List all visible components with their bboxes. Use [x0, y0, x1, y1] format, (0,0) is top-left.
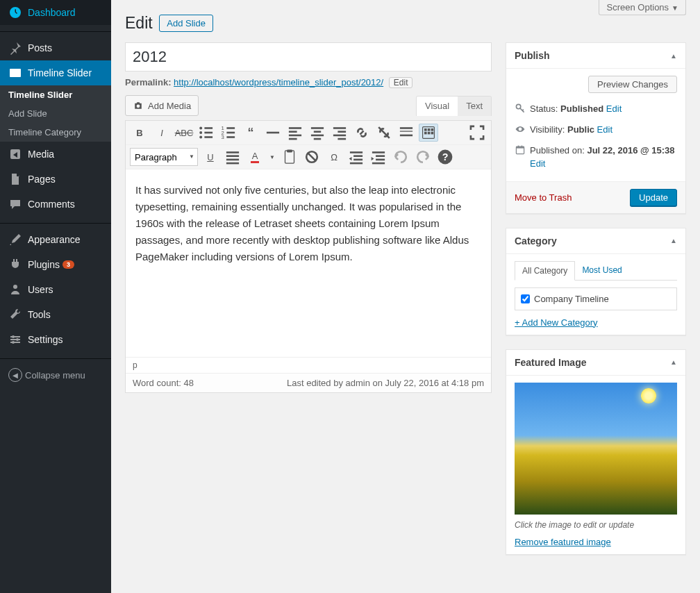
indent-button[interactable]	[369, 148, 388, 166]
menu-plugins[interactable]: Plugins 3	[0, 252, 111, 277]
redo-button[interactable]	[413, 148, 433, 166]
clear-formatting-button[interactable]	[302, 148, 322, 166]
screen-options-toggle[interactable]: Screen Options▼	[599, 0, 686, 15]
align-justify-button[interactable]	[223, 148, 242, 166]
remove-featured-image-link[interactable]: Remove featured image	[515, 537, 611, 547]
visibility-row: Visibility: Public Edit	[530, 124, 677, 136]
svg-rect-44	[226, 151, 239, 153]
menu-posts[interactable]: Posts	[0, 35, 111, 60]
category-checkbox[interactable]	[521, 294, 530, 303]
menu-media[interactable]: Media	[0, 142, 111, 167]
edit-status-link[interactable]: Edit	[606, 103, 622, 114]
submenu-timeline-slider[interactable]: Timeline Slider	[0, 85, 111, 104]
featured-image-box: Featured Image ▲ Click the image to edit…	[506, 349, 686, 555]
menu-appearance[interactable]: Appearance	[0, 227, 111, 252]
menu-label: Dashboard	[28, 7, 76, 18]
svg-rect-27	[314, 131, 321, 133]
svg-rect-32	[333, 135, 346, 137]
link-button[interactable]	[352, 124, 372, 142]
text-color-button[interactable]: A	[245, 148, 265, 166]
menu-comments[interactable]: Comments	[0, 192, 111, 217]
svg-rect-24	[289, 135, 301, 137]
strikethrough-button[interactable]: ABC	[174, 124, 194, 142]
collapse-label: Collapse menu	[25, 370, 85, 381]
update-button[interactable]: Update	[630, 189, 677, 206]
svg-rect-56	[376, 155, 385, 157]
menu-timeline-slider[interactable]: Timeline Slider	[0, 60, 111, 85]
svg-rect-10	[204, 127, 212, 129]
tab-visual[interactable]: Visual	[417, 97, 458, 116]
edit-date-link[interactable]: Edit	[530, 158, 545, 169]
svg-point-1	[13, 285, 17, 289]
menu-dashboard[interactable]: Dashboard	[0, 0, 111, 25]
submenu-timeline-category[interactable]: Timeline Category	[0, 123, 111, 142]
svg-text:3: 3	[222, 134, 224, 140]
svg-point-5	[12, 335, 15, 338]
menu-label: Users	[28, 284, 53, 295]
add-slide-button[interactable]: Add Slide	[159, 15, 213, 32]
bullet-list-button[interactable]	[197, 124, 216, 142]
category-item[interactable]: Company Timeline	[521, 294, 671, 304]
post-title-input[interactable]	[125, 42, 492, 72]
timeline-icon	[8, 66, 22, 80]
menu-tools[interactable]: Tools	[0, 302, 111, 327]
published-on-row: Published on: Jul 22, 2016 @ 15:38 Edit	[530, 144, 677, 169]
blockquote-button[interactable]: “	[241, 124, 260, 142]
svg-rect-45	[226, 155, 239, 157]
add-new-category-link[interactable]: + Add New Category	[515, 317, 677, 328]
numbered-list-button[interactable]: 123	[219, 124, 238, 142]
submenu-add-slide[interactable]: Add Slide	[0, 104, 111, 123]
unlink-button[interactable]	[374, 124, 394, 142]
bold-button[interactable]: B	[130, 124, 149, 142]
toolbar-toggle-button[interactable]	[419, 124, 438, 142]
featured-image-thumbnail[interactable]	[515, 383, 677, 515]
italic-button[interactable]: I	[152, 124, 172, 142]
help-button[interactable]: ?	[435, 148, 455, 166]
svg-rect-12	[204, 132, 212, 134]
cat-tab-most-used[interactable]: Most Used	[575, 261, 628, 280]
permalink-edit-button[interactable]: Edit	[389, 77, 413, 88]
pin-icon	[8, 41, 22, 55]
cat-tab-all[interactable]: All Category	[515, 261, 575, 281]
align-center-button[interactable]	[308, 124, 327, 142]
svg-rect-0	[10, 69, 21, 77]
settings-icon	[8, 333, 22, 346]
svg-rect-35	[400, 131, 412, 131]
special-char-button[interactable]: Ω	[324, 148, 344, 166]
hr-button[interactable]	[263, 124, 283, 142]
edit-visibility-link[interactable]: Edit	[597, 124, 612, 135]
outdent-button[interactable]	[347, 148, 366, 166]
svg-rect-42	[428, 132, 431, 135]
permalink-url[interactable]: http://localhost/wordpress/timeline_slid…	[174, 77, 383, 87]
menu-pages[interactable]: Pages	[0, 167, 111, 192]
collapse-menu[interactable]: ◄ Collapse menu	[0, 362, 111, 387]
paste-text-button[interactable]	[280, 148, 299, 166]
media-icon	[8, 147, 22, 161]
fullscreen-button[interactable]	[467, 124, 487, 142]
editor-path[interactable]: p	[126, 357, 491, 373]
text-color-dropdown[interactable]: ▼	[267, 148, 277, 166]
collapse-icon[interactable]: ▲	[670, 358, 677, 366]
menu-users[interactable]: Users	[0, 277, 111, 302]
collapse-icon[interactable]: ▲	[670, 52, 677, 60]
publish-box: Publish ▲ Preview Changes Status: Publis…	[506, 42, 686, 214]
underline-button[interactable]: U	[201, 148, 220, 166]
editor-content[interactable]: It has survived not only five centuries,…	[126, 169, 491, 357]
collapse-icon[interactable]: ▲	[670, 237, 677, 244]
svg-rect-63	[516, 147, 524, 149]
undo-button[interactable]	[391, 148, 410, 166]
format-select[interactable]: Paragraph	[130, 148, 198, 166]
menu-label: Timeline Slider	[28, 67, 92, 78]
tab-text[interactable]: Text	[458, 97, 491, 116]
svg-rect-20	[226, 136, 235, 138]
move-to-trash-link[interactable]: Move to Trash	[515, 192, 572, 203]
featured-image-helper: Click the image to edit or update	[515, 520, 677, 530]
preview-changes-button[interactable]: Preview Changes	[588, 76, 677, 93]
align-right-button[interactable]	[330, 124, 349, 142]
align-left-button[interactable]	[285, 124, 305, 142]
add-media-button[interactable]: Add Media	[125, 95, 199, 116]
svg-rect-31	[338, 131, 346, 133]
menu-settings[interactable]: Settings	[0, 327, 111, 352]
screen-options-label: Screen Options	[606, 2, 669, 12]
read-more-button[interactable]	[397, 124, 416, 142]
